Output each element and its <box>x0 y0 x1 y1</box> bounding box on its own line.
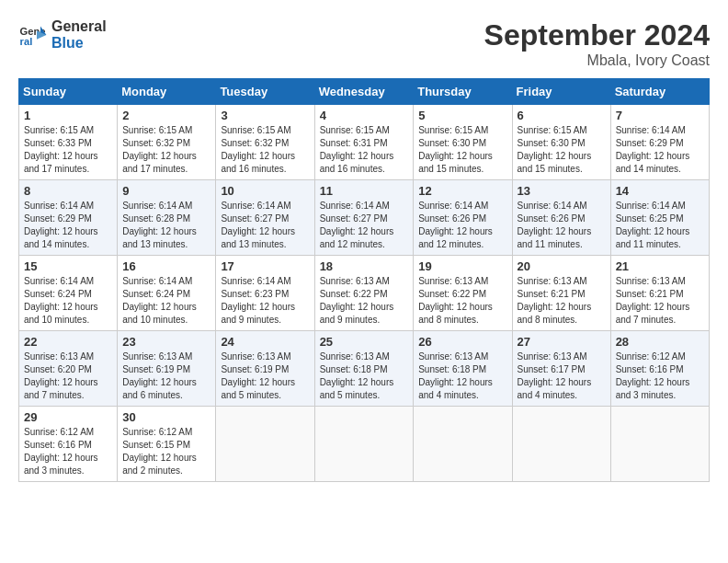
calendar-cell <box>414 407 512 482</box>
weekday-header-wednesday: Wednesday <box>314 79 414 105</box>
day-info: Sunrise: 6:15 AM Sunset: 6:30 PM Dayligh… <box>518 124 606 176</box>
day-number: 8 <box>24 184 112 198</box>
day-info: Sunrise: 6:14 AM Sunset: 6:24 PM Dayligh… <box>24 275 112 327</box>
calendar-cell: 8Sunrise: 6:14 AM Sunset: 6:29 PM Daylig… <box>19 180 118 256</box>
calendar-week-5: 29Sunrise: 6:12 AM Sunset: 6:16 PM Dayli… <box>19 407 710 482</box>
day-number: 11 <box>320 184 409 198</box>
calendar-week-4: 22Sunrise: 6:13 AM Sunset: 6:20 PM Dayli… <box>19 331 710 407</box>
svg-text:ral: ral <box>20 36 33 47</box>
day-number: 18 <box>320 259 409 273</box>
day-number: 9 <box>122 184 210 198</box>
calendar-header: SundayMondayTuesdayWednesdayThursdayFrid… <box>19 79 710 105</box>
calendar-cell: 19Sunrise: 6:13 AM Sunset: 6:22 PM Dayli… <box>414 256 512 331</box>
day-info: Sunrise: 6:15 AM Sunset: 6:32 PM Dayligh… <box>221 124 309 176</box>
calendar-cell: 5Sunrise: 6:15 AM Sunset: 6:30 PM Daylig… <box>414 105 512 180</box>
calendar-week-2: 8Sunrise: 6:14 AM Sunset: 6:29 PM Daylig… <box>19 180 710 256</box>
calendar-cell: 6Sunrise: 6:15 AM Sunset: 6:30 PM Daylig… <box>512 105 610 180</box>
day-info: Sunrise: 6:13 AM Sunset: 6:21 PM Dayligh… <box>518 275 606 327</box>
weekday-header-monday: Monday <box>118 79 216 105</box>
title-section: September 2024 Mbala, Ivory Coast <box>484 18 710 69</box>
day-info: Sunrise: 6:12 AM Sunset: 6:16 PM Dayligh… <box>24 426 112 477</box>
day-info: Sunrise: 6:13 AM Sunset: 6:18 PM Dayligh… <box>418 350 506 402</box>
day-info: Sunrise: 6:13 AM Sunset: 6:22 PM Dayligh… <box>418 275 506 327</box>
day-number: 17 <box>221 259 309 273</box>
day-number: 20 <box>518 259 606 273</box>
day-info: Sunrise: 6:13 AM Sunset: 6:19 PM Dayligh… <box>122 350 210 402</box>
month-title: September 2024 <box>484 18 710 52</box>
calendar-cell: 20Sunrise: 6:13 AM Sunset: 6:21 PM Dayli… <box>512 256 610 331</box>
weekday-header-row: SundayMondayTuesdayWednesdayThursdayFrid… <box>19 79 710 105</box>
day-info: Sunrise: 6:14 AM Sunset: 6:28 PM Dayligh… <box>122 200 210 251</box>
calendar-cell: 16Sunrise: 6:14 AM Sunset: 6:24 PM Dayli… <box>118 256 216 331</box>
day-info: Sunrise: 6:14 AM Sunset: 6:25 PM Dayligh… <box>616 200 704 251</box>
day-number: 1 <box>24 109 112 122</box>
day-number: 4 <box>320 109 409 122</box>
day-number: 28 <box>616 335 704 349</box>
calendar-cell: 13Sunrise: 6:14 AM Sunset: 6:26 PM Dayli… <box>512 180 610 256</box>
day-number: 23 <box>122 335 210 349</box>
day-info: Sunrise: 6:13 AM Sunset: 6:22 PM Dayligh… <box>320 275 409 327</box>
day-info: Sunrise: 6:15 AM Sunset: 6:32 PM Dayligh… <box>122 124 210 176</box>
calendar-cell: 27Sunrise: 6:13 AM Sunset: 6:17 PM Dayli… <box>512 331 610 407</box>
calendar-cell: 9Sunrise: 6:14 AM Sunset: 6:28 PM Daylig… <box>118 180 216 256</box>
day-info: Sunrise: 6:13 AM Sunset: 6:19 PM Dayligh… <box>221 350 309 402</box>
logo-text-line2: Blue <box>51 35 107 52</box>
logo-text-line1: General <box>51 18 107 35</box>
day-info: Sunrise: 6:13 AM Sunset: 6:18 PM Dayligh… <box>320 350 409 402</box>
day-info: Sunrise: 6:14 AM Sunset: 6:26 PM Dayligh… <box>418 200 506 251</box>
weekday-header-sunday: Sunday <box>19 79 118 105</box>
calendar-cell: 21Sunrise: 6:13 AM Sunset: 6:21 PM Dayli… <box>610 256 709 331</box>
day-info: Sunrise: 6:12 AM Sunset: 6:16 PM Dayligh… <box>616 350 704 402</box>
weekday-header-friday: Friday <box>512 79 610 105</box>
day-info: Sunrise: 6:14 AM Sunset: 6:23 PM Dayligh… <box>221 275 309 327</box>
day-number: 27 <box>518 335 606 349</box>
page-header: Gene ral General Blue September 2024 Mba… <box>18 18 710 69</box>
calendar-body: 1Sunrise: 6:15 AM Sunset: 6:33 PM Daylig… <box>19 105 710 482</box>
calendar-cell: 3Sunrise: 6:15 AM Sunset: 6:32 PM Daylig… <box>216 105 314 180</box>
day-number: 16 <box>122 259 210 273</box>
day-info: Sunrise: 6:15 AM Sunset: 6:33 PM Dayligh… <box>24 124 112 176</box>
day-number: 24 <box>221 335 309 349</box>
day-number: 7 <box>616 109 704 122</box>
location-subtitle: Mbala, Ivory Coast <box>484 52 710 69</box>
calendar-cell: 17Sunrise: 6:14 AM Sunset: 6:23 PM Dayli… <box>216 256 314 331</box>
calendar-cell: 2Sunrise: 6:15 AM Sunset: 6:32 PM Daylig… <box>118 105 216 180</box>
day-info: Sunrise: 6:13 AM Sunset: 6:21 PM Dayligh… <box>616 275 704 327</box>
calendar-cell <box>216 407 314 482</box>
day-info: Sunrise: 6:14 AM Sunset: 6:29 PM Dayligh… <box>616 124 704 176</box>
day-info: Sunrise: 6:12 AM Sunset: 6:15 PM Dayligh… <box>122 426 210 477</box>
day-number: 25 <box>320 335 409 349</box>
calendar-cell: 1Sunrise: 6:15 AM Sunset: 6:33 PM Daylig… <box>19 105 118 180</box>
weekday-header-saturday: Saturday <box>610 79 709 105</box>
calendar-cell: 15Sunrise: 6:14 AM Sunset: 6:24 PM Dayli… <box>19 256 118 331</box>
logo-icon: Gene ral <box>18 20 48 50</box>
day-number: 21 <box>616 259 704 273</box>
calendar-cell: 25Sunrise: 6:13 AM Sunset: 6:18 PM Dayli… <box>314 331 414 407</box>
calendar-cell: 14Sunrise: 6:14 AM Sunset: 6:25 PM Dayli… <box>610 180 709 256</box>
day-info: Sunrise: 6:13 AM Sunset: 6:20 PM Dayligh… <box>24 350 112 402</box>
calendar-cell: 10Sunrise: 6:14 AM Sunset: 6:27 PM Dayli… <box>216 180 314 256</box>
calendar-cell: 18Sunrise: 6:13 AM Sunset: 6:22 PM Dayli… <box>314 256 414 331</box>
day-number: 12 <box>418 184 506 198</box>
calendar-cell <box>610 407 709 482</box>
day-info: Sunrise: 6:14 AM Sunset: 6:24 PM Dayligh… <box>122 275 210 327</box>
day-number: 14 <box>616 184 704 198</box>
calendar-cell: 11Sunrise: 6:14 AM Sunset: 6:27 PM Dayli… <box>314 180 414 256</box>
day-number: 3 <box>221 109 309 122</box>
day-number: 5 <box>418 109 506 122</box>
day-info: Sunrise: 6:14 AM Sunset: 6:27 PM Dayligh… <box>320 200 409 251</box>
calendar-cell <box>512 407 610 482</box>
calendar-cell: 29Sunrise: 6:12 AM Sunset: 6:16 PM Dayli… <box>19 407 118 482</box>
calendar-cell: 24Sunrise: 6:13 AM Sunset: 6:19 PM Dayli… <box>216 331 314 407</box>
day-info: Sunrise: 6:15 AM Sunset: 6:30 PM Dayligh… <box>418 124 506 176</box>
logo: Gene ral General Blue <box>18 18 107 51</box>
day-number: 13 <box>518 184 606 198</box>
day-info: Sunrise: 6:13 AM Sunset: 6:17 PM Dayligh… <box>518 350 606 402</box>
calendar-cell: 12Sunrise: 6:14 AM Sunset: 6:26 PM Dayli… <box>414 180 512 256</box>
day-number: 19 <box>418 259 506 273</box>
day-number: 6 <box>518 109 606 122</box>
day-number: 26 <box>418 335 506 349</box>
calendar-cell: 26Sunrise: 6:13 AM Sunset: 6:18 PM Dayli… <box>414 331 512 407</box>
calendar-cell: 28Sunrise: 6:12 AM Sunset: 6:16 PM Dayli… <box>610 331 709 407</box>
day-number: 10 <box>221 184 309 198</box>
